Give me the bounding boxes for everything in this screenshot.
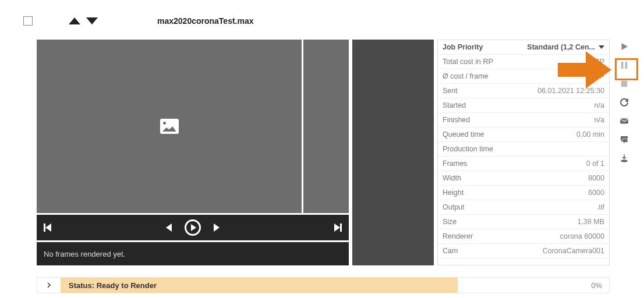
image-placeholder-icon xyxy=(160,119,179,134)
preview-main[interactable] xyxy=(37,40,302,213)
svg-rect-2 xyxy=(621,81,628,87)
chat-icon[interactable] xyxy=(617,133,632,147)
select-checkbox[interactable] xyxy=(23,16,33,26)
main-panel: No frames rendered yet. Job Priority Sta… xyxy=(37,40,610,265)
prev-frame-button[interactable] xyxy=(166,224,172,232)
annotation-arrow xyxy=(558,51,611,88)
svg-rect-3 xyxy=(620,119,628,124)
info-row: Finishedn/a xyxy=(438,113,609,127)
info-row: Size1,38 MB xyxy=(438,215,609,229)
dropdown-arrow-icon xyxy=(599,45,604,49)
play-button[interactable] xyxy=(185,219,201,236)
download-icon[interactable] xyxy=(617,151,632,165)
thumbnail-column xyxy=(352,40,434,265)
skip-start-button[interactable] xyxy=(44,224,51,232)
next-frame-button[interactable] xyxy=(214,224,220,232)
status-label: Status: Ready to Render xyxy=(61,278,458,293)
expand-status-icon[interactable] xyxy=(37,282,61,289)
sort-arrows xyxy=(69,17,98,24)
info-row: Frames0 of 1 xyxy=(438,157,609,171)
job-filename: max2020coronaTest.max xyxy=(157,16,254,26)
play-icon[interactable] xyxy=(617,40,632,54)
render-status-message: No frames rendered yet. xyxy=(37,242,349,265)
info-label: Job Priority xyxy=(443,43,483,51)
info-row: CamCoronaCamera001 xyxy=(438,244,609,258)
arrow-up-icon[interactable] xyxy=(69,17,80,24)
preview-area xyxy=(37,40,349,213)
refresh-icon[interactable] xyxy=(617,95,632,109)
info-row: Queued time0,00 min xyxy=(438,127,609,142)
priority-dropdown[interactable]: Standard (1,2 Cen... xyxy=(527,43,604,51)
preview-strip xyxy=(303,40,349,213)
svg-point-4 xyxy=(621,159,628,162)
arrow-down-icon[interactable] xyxy=(86,17,98,24)
status-bar: Status: Ready to Render 0% xyxy=(37,277,610,293)
skip-end-button[interactable] xyxy=(334,224,342,232)
info-row: Production time xyxy=(438,142,609,157)
info-row: Renderercorona 60000 xyxy=(438,229,609,244)
info-row: Height6000 xyxy=(438,186,609,200)
mail-icon[interactable] xyxy=(617,114,632,128)
player-bar xyxy=(37,215,349,240)
job-header: max2020coronaTest.max xyxy=(23,16,254,26)
preview-column: No frames rendered yet. xyxy=(37,40,349,265)
info-row: Startedn/a xyxy=(438,98,609,113)
annotation-highlight-box xyxy=(615,58,638,80)
info-row: Output.tif xyxy=(438,200,609,215)
info-row: Width8000 xyxy=(438,171,609,186)
status-percent: 0% xyxy=(458,281,609,290)
